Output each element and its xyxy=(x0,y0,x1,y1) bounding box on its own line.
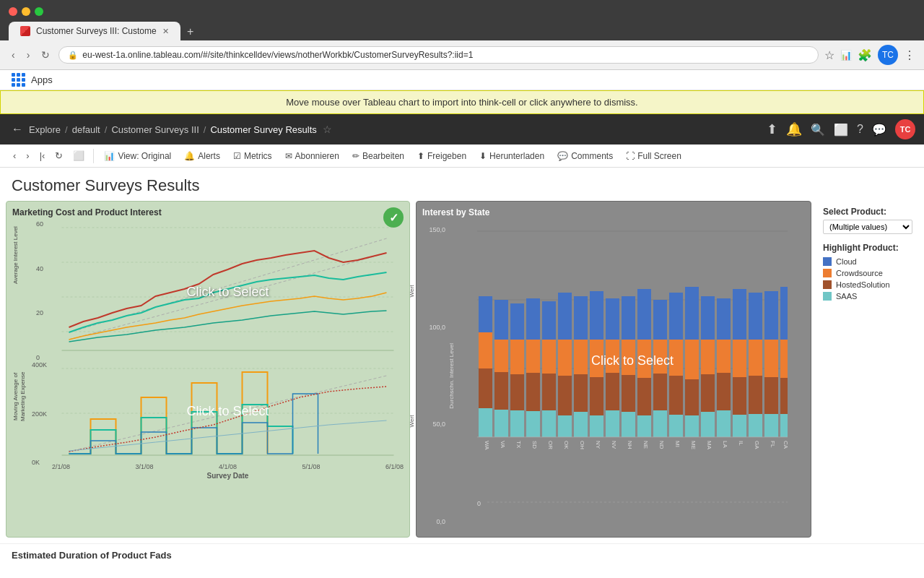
y-axis-lower-left-label: Moving Average of Marketing Expense xyxy=(12,364,26,429)
svg-rect-78 xyxy=(733,289,746,340)
svg-rect-70 xyxy=(701,296,715,340)
nav-refresh-button[interactable]: ↻ xyxy=(51,147,67,164)
help-icon[interactable]: ? xyxy=(857,123,863,136)
view-original-button[interactable]: 📊 View: Original xyxy=(98,148,177,164)
y-val-20: 20 xyxy=(36,309,43,316)
bearbeiten-icon: ✏ xyxy=(352,151,359,161)
menu-button[interactable]: ⋮ xyxy=(904,48,915,62)
svg-text:SD: SD xyxy=(531,441,538,449)
window-icon[interactable]: ⬜ xyxy=(834,123,848,137)
svg-rect-27 xyxy=(526,340,540,373)
metrics-label: Metrics xyxy=(244,151,272,161)
comments-label: Comments xyxy=(571,151,613,161)
new-tab-button[interactable]: + xyxy=(182,23,199,40)
svg-rect-85 xyxy=(749,414,762,437)
bearbeiten-button[interactable]: ✏ Bearbeiten xyxy=(346,148,410,164)
svg-text:NH: NH xyxy=(627,441,633,449)
svg-rect-84 xyxy=(749,376,762,414)
metrics-button[interactable]: ☑ Metrics xyxy=(227,148,278,164)
x-axis-label: Survey Date xyxy=(52,472,404,480)
svg-rect-90 xyxy=(780,287,788,340)
search-icon[interactable]: 🔍 xyxy=(811,123,825,137)
browser-chrome: Customer Surveys III: Custome ✕ + ‹ › ↻ … xyxy=(0,0,924,90)
legend-item-saas: SAAS xyxy=(823,292,912,301)
svg-rect-35 xyxy=(558,340,572,376)
metrics-icon: ☑ xyxy=(233,151,241,161)
thinkcell-button[interactable]: 📊 xyxy=(840,50,852,61)
left-chart-panel: Marketing Cost and Product Interest ✓ Av… xyxy=(6,201,410,538)
svg-text:LA: LA xyxy=(722,441,728,448)
y-val-40: 40 xyxy=(36,265,43,272)
apps-bar: Apps xyxy=(0,70,924,90)
herunterladen-icon: ⬇ xyxy=(479,151,487,161)
traffic-light-yellow[interactable] xyxy=(22,7,30,16)
lower-chart-svg[interactable]: Click to Select xyxy=(52,361,404,466)
nav-custom-button[interactable]: ⬜ xyxy=(69,147,89,164)
breadcrumb-surveys[interactable]: Customer Surveys III xyxy=(111,124,199,135)
user-avatar[interactable]: TC xyxy=(895,119,915,139)
svg-rect-17 xyxy=(479,408,492,437)
favorite-icon[interactable]: ☆ xyxy=(323,124,332,135)
svg-rect-33 xyxy=(542,410,556,437)
tableau-back-button[interactable]: ← xyxy=(9,120,26,139)
breadcrumb-explore[interactable]: Explore xyxy=(29,124,61,135)
y-val-400k: 400K xyxy=(32,361,47,368)
svg-text:MI: MI xyxy=(674,441,681,447)
traffic-light-red[interactable] xyxy=(9,7,17,16)
nav-forward-button[interactable]: › xyxy=(22,147,33,164)
legend-label-saas: SAAS xyxy=(836,292,857,301)
browser-tab-active[interactable]: Customer Surveys III: Custome ✕ xyxy=(9,22,180,40)
select-product-label: Select Product: xyxy=(823,207,912,217)
tab-close-button[interactable]: ✕ xyxy=(162,27,169,36)
alerts-button[interactable]: 🔔 Alerts xyxy=(178,148,226,164)
legend-label-crowdsource: Crowdsource xyxy=(836,269,883,277)
share-icon[interactable]: ⬆ xyxy=(767,121,777,137)
svg-rect-69 xyxy=(685,415,699,437)
apps-label[interactable]: Apps xyxy=(31,74,53,85)
bottom-chart-svg xyxy=(12,561,878,578)
svg-text:NV: NV xyxy=(611,441,617,449)
svg-text:NY: NY xyxy=(595,441,601,449)
tab-favicon xyxy=(20,26,30,36)
svg-text:IL: IL xyxy=(738,441,744,446)
full-screen-button[interactable]: ⛶ Full Screen xyxy=(620,148,687,164)
nav-home-button[interactable]: |‹ xyxy=(35,147,50,164)
bell-icon[interactable]: 🔔 xyxy=(786,121,802,137)
back-button[interactable]: ‹ xyxy=(9,48,18,62)
svg-text:Click to Select: Click to Select xyxy=(186,285,269,299)
traffic-light-green[interactable] xyxy=(35,7,43,16)
legend-item-hostedsolution: HostedSolution xyxy=(823,280,912,289)
svg-rect-26 xyxy=(526,298,540,340)
comments-button[interactable]: 💬 Comments xyxy=(552,148,619,164)
freigeben-button[interactable]: ⬆ Freigeben xyxy=(411,148,472,164)
svg-rect-19 xyxy=(494,340,508,372)
chat-icon[interactable]: 💬 xyxy=(872,123,886,137)
svg-rect-72 xyxy=(701,374,715,412)
herunterladen-button[interactable]: ⬇ Herunterladen xyxy=(474,148,550,164)
forward-button[interactable]: › xyxy=(24,48,33,62)
nav-back-button[interactable]: ‹ xyxy=(9,147,20,164)
address-bar[interactable]: 🔒 eu-west-1a.online.tableau.com/#/site/t… xyxy=(58,46,819,64)
bookmark-button[interactable]: ☆ xyxy=(824,48,834,62)
svg-rect-18 xyxy=(494,300,508,340)
right-chart-svg[interactable]: 0 Click to Select WA VA TX SD OR OK OH N… xyxy=(460,220,805,509)
svg-rect-21 xyxy=(494,410,508,437)
svg-rect-42 xyxy=(590,291,603,340)
svg-rect-58 xyxy=(653,300,667,340)
svg-rect-82 xyxy=(749,293,762,340)
breadcrumb-default[interactable]: default xyxy=(72,124,100,135)
svg-text:TX: TX xyxy=(515,441,522,449)
view-original-icon: 📊 xyxy=(104,151,115,161)
profile-button[interactable]: TC xyxy=(878,45,898,65)
svg-text:CA: CA xyxy=(783,441,789,449)
upper-chart-svg[interactable]: Click to Select xyxy=(52,220,404,358)
svg-rect-50 xyxy=(622,296,635,340)
select-product-dropdown[interactable]: (Multiple values) xyxy=(823,220,912,234)
svg-text:0: 0 xyxy=(477,500,481,507)
refresh-button[interactable]: ↻ xyxy=(38,48,53,62)
tooltip-banner[interactable]: Move mouse over Tableau chart to import … xyxy=(0,90,924,114)
svg-rect-24 xyxy=(510,374,524,410)
freigeben-label: Freigeben xyxy=(427,151,466,161)
extensions-button[interactable]: 🧩 xyxy=(858,48,872,62)
abonnieren-button[interactable]: ✉ Abonnieren xyxy=(279,148,345,164)
